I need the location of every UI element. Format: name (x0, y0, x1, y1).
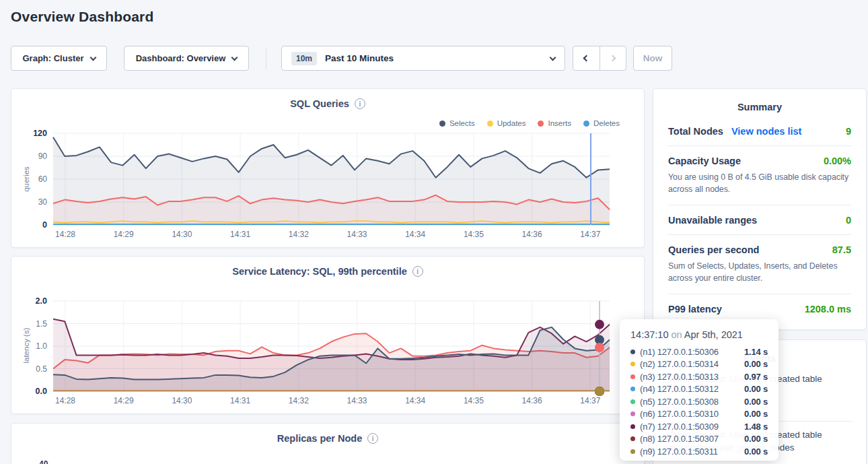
svg-text:14:32: 14:32 (289, 230, 309, 239)
node-color-dot (630, 436, 635, 441)
node-address: (n6) 127.0.0.1:50310 (640, 409, 719, 419)
svg-text:14:30: 14:30 (172, 230, 192, 239)
svg-text:14:34: 14:34 (405, 396, 425, 405)
node-latency-value: 0.00 s (744, 409, 768, 419)
node-color-dot (630, 374, 635, 379)
node-latency-value: 0.00 s (744, 434, 768, 444)
svg-text:120: 120 (33, 129, 47, 138)
info-icon[interactable]: i (367, 433, 378, 444)
node-color-dot (630, 399, 635, 404)
chevron-left-icon (583, 55, 590, 62)
svg-text:1.5: 1.5 (36, 319, 47, 329)
chevron-down-icon (89, 54, 96, 61)
tooltip-node-row: (n3) 127.0.0.1:503130.97 s (630, 370, 768, 383)
svg-text:14:30: 14:30 (172, 396, 192, 405)
dashboard-dropdown[interactable]: Dashboard: Overview (124, 46, 249, 71)
replicas-y-tick: 40 (39, 459, 48, 464)
service-latency-card: Service Latency: SQL, 99th percentile i … (11, 256, 645, 414)
now-button[interactable]: Now (633, 46, 672, 71)
summary-row-label: Unavailable ranges (668, 215, 757, 226)
chart-hover-tooltip: 14:37:10 on Apr 5th, 2021 (n1) 127.0.0.1… (620, 319, 779, 461)
svg-text:14:34: 14:34 (405, 230, 425, 239)
time-range-dropdown[interactable]: 10m Past 10 Minutes (281, 46, 565, 71)
summary-row: Total NodesView nodes list9 (668, 117, 851, 146)
node-latency-value: 0.00 s (744, 397, 768, 407)
svg-text:14:28: 14:28 (55, 396, 75, 405)
svg-text:1.0: 1.0 (36, 341, 47, 351)
summary-row-subtext: Sum of Selects, Updates, Inserts, and De… (668, 260, 851, 285)
summary-row: Queries per second87.5Sum of Selects, Up… (668, 235, 851, 294)
time-range-badge: 10m (291, 52, 317, 65)
svg-text:14:32: 14:32 (289, 396, 309, 405)
tooltip-node-row: (n7) 127.0.0.1:503091.48 s (630, 420, 768, 433)
graph-dropdown-label: Graph: Cluster (22, 53, 83, 63)
page-title: Overview Dashboard (11, 9, 154, 25)
node-latency-value: 1.14 s (744, 347, 768, 357)
node-address: (n2) 127.0.0.1:50314 (640, 359, 719, 369)
summary-row-value: 0 (846, 215, 851, 226)
svg-text:14:36: 14:36 (522, 396, 542, 405)
toolbar-divider (266, 47, 266, 69)
node-address: (n7) 127.0.0.1:50309 (640, 422, 719, 432)
svg-text:14:29: 14:29 (114, 230, 134, 239)
summary-heading: Summary (653, 89, 866, 112)
summary-row-value: 9 (846, 126, 851, 137)
tooltip-node-row: (n4) 127.0.0.1:503120.00 s (630, 383, 768, 396)
tooltip-timestamp: 14:37:10 on Apr 5th, 2021 (630, 329, 768, 340)
svg-text:14:35: 14:35 (464, 396, 484, 405)
summary-row-label: Capacity Usage (668, 156, 741, 166)
tooltip-node-row: (n6) 127.0.0.1:503100.00 s (630, 408, 768, 421)
svg-text:14:33: 14:33 (347, 396, 367, 405)
summary-row-label: Queries per second (668, 244, 759, 255)
summary-row-value: 87.5 (832, 244, 851, 255)
svg-text:14:28: 14:28 (55, 230, 75, 239)
time-prev-button[interactable] (573, 46, 600, 70)
time-range-label: Past 10 Minutes (325, 53, 394, 63)
summary-panel: Summary Total NodesView nodes list9Capac… (653, 88, 867, 330)
svg-text:90: 90 (38, 152, 48, 161)
time-nav-group (573, 46, 626, 71)
graph-dropdown[interactable]: Graph: Cluster (11, 46, 107, 71)
time-next-button[interactable] (600, 46, 626, 70)
node-latency-value: 1.48 s (744, 422, 768, 432)
dashboard-dropdown-label: Dashboard: Overview (136, 53, 226, 63)
node-color-dot (630, 387, 635, 391)
replicas-per-node-card: Replicas per Node i 40 (11, 423, 645, 464)
summary-row-value: 1208.0 ms (805, 304, 851, 314)
svg-text:14:29: 14:29 (114, 396, 134, 405)
node-color-dot (630, 449, 635, 454)
chevron-down-icon (550, 54, 556, 61)
tooltip-node-row: (n8) 127.0.0.1:503070.00 s (630, 433, 768, 446)
summary-row: Capacity Usage0.00%You are using 0 B of … (668, 146, 851, 205)
node-address: (n9) 127.0.0.1:50311 (640, 446, 718, 457)
summary-row-label: Total Nodes (668, 126, 723, 137)
svg-text:0.5: 0.5 (36, 364, 47, 374)
svg-text:14:37: 14:37 (580, 396, 600, 405)
svg-text:0: 0 (42, 220, 47, 230)
node-address: (n8) 127.0.0.1:50307 (640, 434, 719, 444)
tooltip-node-row: (n1) 127.0.0.1:503061.14 s (630, 345, 768, 358)
summary-row-value: 0.00% (824, 156, 851, 166)
node-address: (n3) 127.0.0.1:50313 (640, 372, 719, 382)
node-color-dot (630, 411, 635, 416)
overview-dashboard-screen: Overview Dashboard Graph: Cluster Dashbo… (0, 0, 868, 464)
node-latency-value: 0.97 s (744, 372, 768, 382)
chevron-down-icon (231, 54, 238, 61)
sql-queries-card: SQL Queries i queries SelectsUpdatesInse… (11, 88, 645, 248)
tooltip-node-row: (n2) 127.0.0.1:503140.00 s (630, 358, 768, 371)
chevron-right-icon (610, 55, 616, 62)
svg-text:14:37: 14:37 (580, 230, 600, 239)
svg-text:14:33: 14:33 (347, 230, 367, 239)
node-color-dot (630, 424, 635, 429)
summary-row-label: P99 latency (668, 304, 722, 314)
node-latency-value: 0.00 s (744, 446, 768, 457)
view-nodes-link[interactable]: View nodes list (731, 126, 802, 137)
svg-text:14:31: 14:31 (230, 396, 250, 405)
svg-text:30: 30 (38, 197, 48, 207)
svg-text:0.0: 0.0 (36, 387, 47, 396)
node-latency-value: 0.00 s (744, 359, 768, 369)
summary-row: Unavailable ranges0 (668, 205, 851, 235)
tooltip-node-row: (n5) 127.0.0.1:503080.00 s (630, 395, 768, 408)
node-color-dot (630, 362, 635, 366)
tooltip-rows: (n1) 127.0.0.1:503061.14 s(n2) 127.0.0.1… (630, 345, 768, 458)
